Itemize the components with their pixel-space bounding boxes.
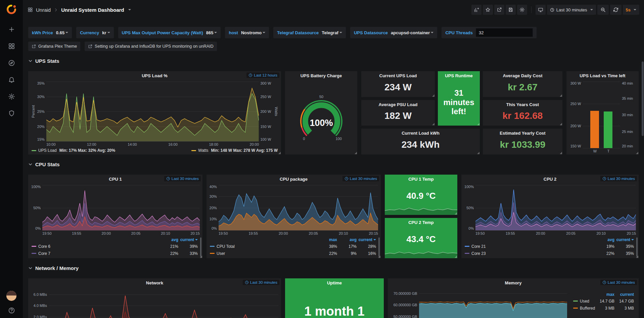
panel-title[interactable]: Network <box>146 280 163 285</box>
variable-input-cpu-threads[interactable] <box>476 28 533 37</box>
legend-sort-current[interactable]: current <box>614 237 634 242</box>
panel-title[interactable]: CPU 1 <box>109 177 122 182</box>
variable-value[interactable]: 0.65 <box>56 30 68 35</box>
legend-sort-max[interactable]: max <box>318 237 337 242</box>
panel-header[interactable]: CPU package Last 30 minutes <box>206 175 381 184</box>
section-network-memory[interactable]: Network / Memory <box>28 265 639 271</box>
panel-title[interactable]: Average PSU Load <box>379 102 418 107</box>
user-avatar[interactable] <box>6 291 16 301</box>
time-range-picker[interactable]: Last 30 minutes <box>547 5 596 15</box>
variable-cpu-threads[interactable]: CPU Threads <box>442 27 537 38</box>
panel-header[interactable]: UPS Runtime <box>438 71 480 80</box>
dashboard-link-grafana-plex-theme[interactable]: Grafana Plex Theme <box>28 42 80 51</box>
legend-scrollbar[interactable] <box>200 237 201 257</box>
explore-icon[interactable] <box>8 59 15 66</box>
chart-plot[interactable] <box>475 185 636 230</box>
cycle-view-button[interactable] <box>536 5 546 15</box>
panel-title[interactable]: CPU package <box>280 177 308 182</box>
chart-plot[interactable] <box>419 289 567 318</box>
grafana-logo[interactable] <box>6 4 17 16</box>
legend-series-user[interactable]: User22%9%16% <box>210 250 376 257</box>
panel-header[interactable]: Average PSU Load <box>361 100 435 109</box>
panel-title[interactable]: CPU 2 Temp <box>408 220 434 225</box>
create-icon[interactable] <box>8 26 15 33</box>
legend-sort-current[interactable]: current <box>614 292 634 297</box>
variable-value[interactable]: Nostromo <box>241 30 265 35</box>
legend-scrollbar[interactable] <box>636 237 638 257</box>
server-admin-icon[interactable] <box>8 110 15 117</box>
variable-value[interactable]: Telegraf <box>322 30 342 35</box>
variable-value[interactable]: kr <box>102 30 110 35</box>
legend-series-buffered[interactable]: Buffered3 MB3 MB <box>573 305 634 312</box>
refresh-interval-picker[interactable]: 5s <box>623 5 639 15</box>
variable-ups-max-output-power-capacity-watt[interactable]: UPS Max Output Power Capacity (Watt)865 <box>118 27 221 38</box>
zoom-out-button[interactable] <box>597 5 609 15</box>
variable-value[interactable]: 865 <box>206 30 217 35</box>
chart-plot[interactable] <box>42 185 200 230</box>
legend-series-core-7[interactable]: Core 722%33% <box>32 250 198 257</box>
dashboard-settings-button[interactable] <box>517 5 527 15</box>
panel-header[interactable]: Memory Last 30 minutes <box>388 278 639 287</box>
legend-series-watts[interactable]: WattsMin: 148 W Max: 278 W Avg: 175 W <box>191 148 278 153</box>
variable-currency[interactable]: Currencykr <box>76 27 113 38</box>
legend-sort-avg[interactable]: avg <box>159 237 178 242</box>
variable-ups-datasource[interactable]: UPS Datasourceapcupsd-container <box>350 27 437 38</box>
configuration-icon[interactable] <box>8 93 15 100</box>
legend-scrollbar[interactable] <box>378 237 380 257</box>
panel-header[interactable]: Uptime <box>285 278 384 287</box>
panel-title[interactable]: Estimated Yearly Cost <box>500 131 545 136</box>
chart-plot[interactable] <box>49 289 278 318</box>
panel-title[interactable]: Average Daily Cost <box>503 73 542 78</box>
legend-sort-current[interactable]: current <box>357 237 376 242</box>
chart-plot[interactable] <box>219 185 378 230</box>
legend-series-core-6[interactable]: Core 621%39% <box>32 243 198 250</box>
panel-header[interactable]: CPU 2 Last 30 minutes <box>461 175 639 184</box>
legend-series-cpu-total[interactable]: CPU Total38%17%28% <box>210 243 376 250</box>
panel-header[interactable]: UPS Battery Charge <box>285 71 357 80</box>
panel-header[interactable]: CPU 2 Temp <box>385 218 457 227</box>
panel-title[interactable]: This Years Cost <box>506 102 539 107</box>
add-panel-button[interactable] <box>471 5 481 15</box>
panel-header[interactable]: CPU 1 Temp <box>385 175 457 184</box>
dashboards-icon[interactable] <box>8 43 15 50</box>
save-button[interactable] <box>506 5 516 15</box>
panel-header[interactable]: CPU 1 Last 30 minutes <box>28 175 202 184</box>
variable-kwh-price[interactable]: kWh Price0.65 <box>28 27 72 38</box>
legend-sort-avg[interactable]: avg <box>337 237 357 242</box>
legend-sort-avg[interactable]: avg <box>595 237 614 242</box>
legend-series-core-23[interactable]: Core 2322%35% <box>465 250 634 257</box>
legend-sort-max[interactable]: max <box>595 292 614 297</box>
legend-series-core-21[interactable]: Core 2119%35% <box>465 243 634 250</box>
panel-header[interactable]: Network Last 30 minutes <box>28 278 281 287</box>
section-cpu-stats[interactable]: CPU Stats <box>28 161 639 167</box>
legend-series-ups-load[interactable]: UPS LoadMin: 17% Max: 32% Avg: 20% <box>32 148 115 153</box>
legend-sort-current[interactable]: current <box>178 237 198 242</box>
page-scrollbar[interactable] <box>642 61 644 136</box>
refresh-button[interactable] <box>610 5 622 15</box>
panel-header[interactable]: UPS Load vs Time left <box>566 71 639 80</box>
alerting-icon[interactable] <box>8 76 15 83</box>
panel-title[interactable]: UPS Load % <box>142 73 168 78</box>
panel-header[interactable]: Current Load kWh <box>361 129 480 138</box>
panel-header[interactable]: Estimated Yearly Cost <box>483 129 562 138</box>
section-ups-stats[interactable]: UPS Stats <box>28 58 639 64</box>
panel-title[interactable]: UPS Battery Charge <box>301 73 342 78</box>
help-icon[interactable] <box>8 307 15 314</box>
legend-series-used[interactable]: Used14.7 GB14.7 GB <box>573 298 634 305</box>
star-button[interactable] <box>483 5 493 15</box>
panel-header[interactable]: This Years Cost <box>483 100 562 109</box>
panel-title[interactable]: Current UPS Load <box>379 73 417 78</box>
panel-title[interactable]: UPS Load vs Time left <box>580 73 625 78</box>
dashboard-title[interactable]: Unraid System Dashboard <box>61 7 124 13</box>
panel-header[interactable]: UPS Load % Last 12 hours <box>28 71 281 80</box>
panel-header[interactable]: Average Daily Cost <box>483 71 562 80</box>
panel-title[interactable]: Uptime <box>327 280 342 285</box>
chart-plot[interactable] <box>46 82 259 141</box>
variable-telegraf-datasource[interactable]: Telegraf DatasourceTelegraf <box>273 27 346 38</box>
panel-title[interactable]: CPU 1 Temp <box>408 177 434 182</box>
variable-host[interactable]: hostNostromo <box>225 27 269 38</box>
dashboard-link-setting-up-grafana-and-influxdb-for-ups-[interactable]: Setting up Grafana and InfluxDB for UPS … <box>85 42 217 51</box>
share-button[interactable] <box>494 5 504 15</box>
panel-title[interactable]: UPS Runtime <box>445 73 472 78</box>
panel-title[interactable]: Memory <box>505 280 522 285</box>
